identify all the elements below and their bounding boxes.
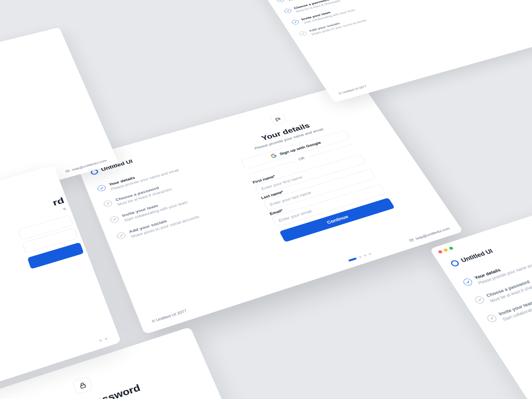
maximize-dot[interactable] [449, 246, 454, 250]
mail-icon [65, 169, 70, 173]
step-subtitle: Must be at least 8 characters [489, 281, 532, 304]
close-dot[interactable] [438, 250, 443, 254]
check-circle-icon [276, 0, 285, 3]
logo-ring-icon [450, 259, 460, 267]
input[interactable] [18, 215, 74, 240]
step-pager [348, 253, 371, 262]
flag-icon [269, 113, 287, 126]
check-circle-icon [486, 314, 498, 323]
step-subtitle: Share posts to your social accounts [130, 215, 200, 239]
brand-logo: Untitled UI [450, 234, 532, 267]
check-circle-icon [96, 184, 106, 192]
step-title: Your details [473, 254, 532, 281]
sidebar: Untitled UI Your details Please provide … [254, 0, 425, 103]
check-circle-icon [474, 295, 486, 304]
check-circle-icon [299, 31, 308, 37]
help-link[interactable]: help@untitledui.com [409, 226, 451, 242]
traffic-lights [438, 246, 454, 254]
check-circle-icon [462, 277, 474, 286]
step-title: Invite your team [498, 290, 532, 317]
brand-name: Untitled UI [460, 248, 494, 264]
continue-button[interactable] [27, 242, 84, 269]
pager-dot[interactable] [348, 258, 357, 262]
step-your-details[interactable]: Your details Please provide your name an… [462, 252, 532, 289]
step-title: Add your socials [128, 210, 198, 235]
mail-icon [409, 238, 415, 242]
form-title: Choose a password [36, 382, 142, 399]
step-choose-password[interactable]: Choose a password Must be at least 8 cha… [473, 269, 532, 307]
form-panel: Your details Please provide your name an… [176, 81, 463, 297]
signup-window-step1-alt: Untitled UI Your details Please provide … [430, 158, 532, 399]
step-pager [99, 337, 108, 342]
pager-dot[interactable] [368, 253, 371, 255]
step-add-socials[interactable]: Add your socials Share posts to your soc… [116, 208, 207, 242]
signup-window-step3: Untitled UI Your details Please provide … [254, 0, 532, 103]
pager-dot[interactable] [105, 337, 108, 340]
step-subtitle: Please provide your name and email [477, 259, 532, 286]
check-circle-icon [283, 8, 292, 14]
signup-window-step1: Untitled UI Your details Please provide … [75, 81, 463, 335]
check-circle-icon [291, 19, 300, 25]
lock-icon [72, 376, 93, 395]
continue-button[interactable]: Continue [279, 198, 395, 242]
sidebar: Untitled UI Your details Please provide … [430, 216, 532, 399]
check-circle-icon [116, 231, 126, 240]
google-icon [270, 153, 277, 158]
check-circle-icon [109, 215, 120, 224]
pager-dot[interactable] [364, 254, 366, 256]
pager-dot[interactable] [99, 339, 102, 342]
check-circle-icon [103, 200, 113, 207]
step-title: Choose a password [485, 276, 532, 299]
svg-rect-0 [410, 239, 414, 242]
copyright: © Untitled UI 2077 [338, 72, 413, 95]
step-invite-team[interactable]: Invite your team Start collaborating wit… [485, 287, 532, 326]
input[interactable] [22, 228, 78, 253]
step-subtitle: Start collaborating with your team [123, 200, 188, 222]
pager-dot[interactable] [359, 256, 362, 258]
copyright: © Untitled UI 2077 [151, 290, 245, 324]
minimize-dot[interactable] [443, 248, 448, 252]
step-subtitle: Start collaborating with your team [501, 296, 532, 322]
svg-rect-2 [81, 385, 86, 389]
